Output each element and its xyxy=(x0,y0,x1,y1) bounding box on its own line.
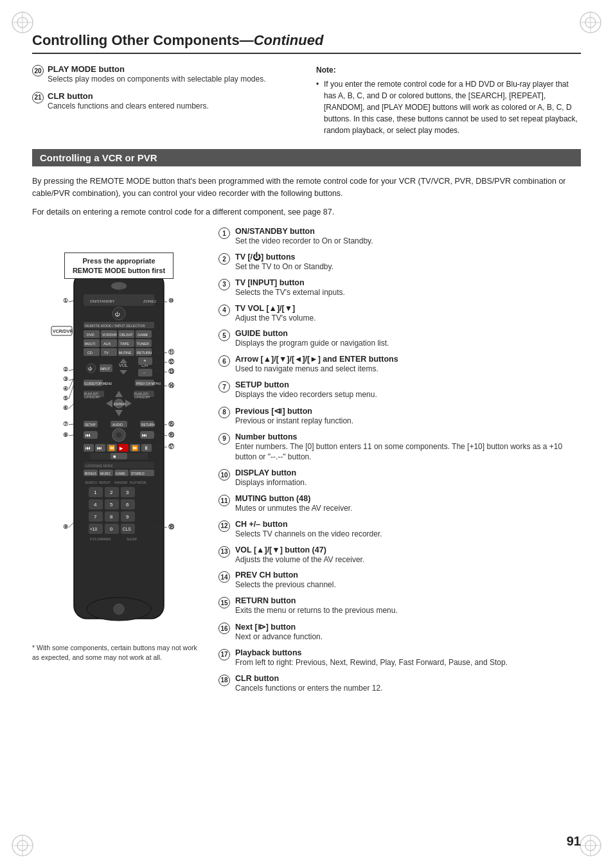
svg-line-163 xyxy=(69,435,74,436)
svg-text:1: 1 xyxy=(94,490,97,495)
desc-num-16: 16 xyxy=(218,623,230,634)
corner-tr xyxy=(578,10,603,35)
remote-diagram: Press the appropriate REMOTE MODE button… xyxy=(32,252,206,662)
svg-text:⏪: ⏪ xyxy=(109,445,115,451)
svg-text:6: 6 xyxy=(126,502,129,508)
desc-num-7: 7 xyxy=(218,381,230,393)
svg-text:9: 9 xyxy=(126,514,129,520)
svg-text:TV: TV xyxy=(104,351,109,355)
desc-item-13: 13 VOL [▲]/[▼] button (47) Adjusts the v… xyxy=(218,545,581,565)
desc-title-15: RETURN button xyxy=(235,596,398,605)
desc-title-9: Number buttons xyxy=(235,432,581,441)
svg-text:4: 4 xyxy=(94,502,97,508)
desc-items-container: 1 ON/STANDBY button Set the video record… xyxy=(218,227,581,693)
svg-point-145 xyxy=(114,604,124,614)
desc-text-11: Mutes or unmutes the AV receiver. xyxy=(235,503,353,514)
desc-item-8: 8 Previous [⧏] button Previous or instan… xyxy=(218,406,581,427)
desc-text-18: Cancels functions or enters the number 1… xyxy=(235,683,382,694)
svg-text:③: ③ xyxy=(63,376,68,382)
svg-text:⑱: ⑱ xyxy=(168,524,175,530)
svg-text:0: 0 xyxy=(110,526,113,532)
desc-title-6: Arrow [▲]/[▼]/[◄]/[►] and ENTER buttons xyxy=(235,355,398,364)
desc-item-16: 16 Next [⧐] button Next or advance funct… xyxy=(218,622,581,642)
num-20: 20 xyxy=(32,65,44,76)
svg-text:⏻: ⏻ xyxy=(114,312,120,317)
desc-item-14: 14 PREV CH button Selects the previous c… xyxy=(218,571,581,590)
svg-text:SEARCH: SEARCH xyxy=(85,481,97,484)
desc-text-2: Set the TV to On or Standby. xyxy=(235,261,333,272)
desc-text-6: Used to navigate menus and select items. xyxy=(235,364,398,375)
svg-text:VCR/DVR: VCR/DVR xyxy=(102,333,117,337)
item-20: 20 PLAY MODE button Selects play modes o… xyxy=(32,64,297,85)
svg-text:SETUP: SETUP xyxy=(85,423,96,427)
svg-text:GAME: GAME xyxy=(138,333,148,337)
desc-item-9: 9 Number buttons Enter numbers. The [0] … xyxy=(218,432,581,463)
svg-text:AUX: AUX xyxy=(103,342,111,346)
svg-text:3: 3 xyxy=(126,490,129,495)
svg-text:REPEAT: REPEAT xyxy=(99,481,111,484)
footnote: With some components, certain buttons ma… xyxy=(32,643,206,662)
desc-num-13: 13 xyxy=(218,546,230,558)
svg-text:+: + xyxy=(143,358,147,364)
page-header: Controlling Other Components—Continued xyxy=(32,32,581,54)
svg-text:⏩: ⏩ xyxy=(132,445,138,451)
desc-text-9: Enter numbers. The [0] button enters 11 … xyxy=(235,441,581,463)
svg-point-88 xyxy=(116,432,121,438)
desc-text-10: Displays information. xyxy=(235,477,306,488)
desc-title-10: DISPLAY button xyxy=(235,468,306,477)
desc-item-6: 6 Arrow [▲]/[▼]/[◄]/[►] and ENTER button… xyxy=(218,355,581,375)
item-21-desc: Cancels functions and clears entered num… xyxy=(48,101,209,112)
item-21: 21 CLR button Cancels functions and clea… xyxy=(32,91,297,112)
svg-text:INPUT: INPUT xyxy=(100,367,110,371)
svg-text:VCR/DVR: VCR/DVR xyxy=(53,329,73,333)
svg-text:⏮: ⏮ xyxy=(85,445,91,451)
item-20-desc: Selects play modes on components with se… xyxy=(48,74,266,85)
svg-text:CATEGORY: CATEGORY xyxy=(134,396,150,399)
top-section: 20 PLAY MODE button Selects play modes o… xyxy=(32,64,581,136)
svg-text:LISTENING MODE: LISTENING MODE xyxy=(85,464,113,468)
num-21: 21 xyxy=(32,92,44,103)
desc-text-5: Displays the program guide or navigation… xyxy=(235,338,389,349)
svg-text:BONUS: BONUS xyxy=(85,472,96,475)
page-title: Controlling Other Components—Continued xyxy=(32,32,581,49)
desc-title-4: TV VOL [▲]/[▼] xyxy=(235,304,315,313)
top-left-col: 20 PLAY MODE button Selects play modes o… xyxy=(32,64,297,136)
desc-num-9: 9 xyxy=(218,433,230,445)
desc-item-12: 12 CH +/– button Selects TV channels on … xyxy=(218,520,581,540)
desc-title-13: VOL [▲]/[▼] button (47) xyxy=(235,545,364,554)
desc-text-15: Exits the menu or returns to the previou… xyxy=(235,605,398,616)
svg-text:-: - xyxy=(143,369,145,375)
diagram-col: Press the appropriate REMOTE MODE button… xyxy=(32,227,206,699)
svg-text:⑰: ⑰ xyxy=(168,443,175,450)
svg-text:⑦: ⑦ xyxy=(63,421,68,427)
svg-text:■: ■ xyxy=(113,454,116,459)
svg-text:CD: CD xyxy=(87,351,93,355)
svg-text:⏮: ⏮ xyxy=(85,432,91,438)
svg-rect-43 xyxy=(101,348,117,356)
desc-item-11: 11 MUTING button (48) Mutes or unmutes t… xyxy=(218,494,581,514)
desc-item-17: 17 Playback buttons From left to right: … xyxy=(218,648,581,668)
desc-num-8: 8 xyxy=(218,407,230,418)
svg-text:2: 2 xyxy=(110,490,113,495)
desc-item-4: 4 TV VOL [▲]/[▼] Adjust the TV's volume. xyxy=(218,304,581,324)
desc-text-14: Selects the previous channel. xyxy=(235,580,336,590)
desc-num-17: 17 xyxy=(218,649,230,660)
desc-title-11: MUTING button (48) xyxy=(235,494,353,503)
desc-text-1: Set the video recorder to On or Standby. xyxy=(235,236,373,247)
item-21-title: CLR button xyxy=(48,91,209,101)
desc-item-3: 3 TV [INPUT] button Selects the TV's ext… xyxy=(218,278,581,298)
desc-title-12: CH +/– button xyxy=(235,520,382,529)
svg-line-157 xyxy=(69,384,74,399)
svg-text:⏭: ⏭ xyxy=(142,432,147,438)
desc-num-14: 14 xyxy=(218,571,230,583)
page-container: Controlling Other Components—Continued 2… xyxy=(0,0,613,868)
desc-col: 1 ON/STANDBY button Set the video record… xyxy=(218,227,581,699)
svg-text:②: ② xyxy=(63,366,68,373)
desc-text-3: Selects the TV's external inputs. xyxy=(235,287,345,298)
corner-tl xyxy=(10,10,35,35)
svg-text:VOL: VOL xyxy=(119,363,128,368)
svg-text:RETURN: RETURN xyxy=(141,423,155,427)
svg-text:TAPE: TAPE xyxy=(120,342,129,346)
svg-text:⑤: ⑤ xyxy=(63,395,68,402)
desc-num-3: 3 xyxy=(218,279,230,290)
